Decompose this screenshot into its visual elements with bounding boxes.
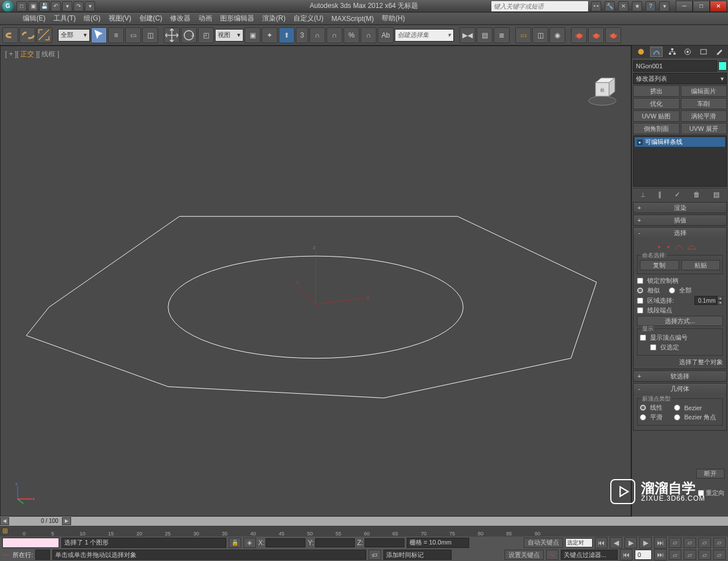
- show-vert-check[interactable]: [640, 335, 646, 341]
- menu-help[interactable]: 帮助(H): [382, 14, 405, 23]
- tab-utilities-icon[interactable]: [713, 47, 725, 57]
- minimize-button[interactable]: ─: [676, 1, 693, 12]
- select-by-name-icon[interactable]: ≡: [108, 27, 124, 43]
- goto-end-icon[interactable]: ⏭: [654, 537, 667, 548]
- mod-turbo[interactable]: 涡轮平滑: [681, 110, 727, 122]
- key-filters[interactable]: 关键点过滤器...: [561, 550, 618, 560]
- mirror-icon[interactable]: ▶◀: [460, 27, 475, 43]
- nav-7-icon[interactable]: ▱: [698, 550, 711, 560]
- align-icon[interactable]: ▤: [477, 27, 493, 43]
- modifier-list-combo[interactable]: 修改器列表▾: [633, 73, 727, 84]
- mod-optimize[interactable]: 优化: [633, 98, 680, 109]
- nav-5-icon[interactable]: ▱: [669, 550, 681, 560]
- unlink-icon[interactable]: [19, 27, 35, 43]
- show-end-icon[interactable]: ∥: [658, 191, 661, 199]
- bezier-radio[interactable]: [674, 405, 680, 411]
- angle-snap-icon[interactable]: 3: [296, 27, 308, 43]
- segment-end-check[interactable]: [637, 307, 643, 314]
- pivot-icon[interactable]: ▣: [245, 27, 260, 43]
- timeline-ruler[interactable]: ⊞ /*ticks generated static*/ 05101520253…: [0, 526, 728, 537]
- tab-modify-icon[interactable]: [650, 47, 663, 57]
- y-input[interactable]: [315, 538, 355, 547]
- scale-icon[interactable]: ◰: [198, 27, 214, 43]
- menu-views[interactable]: 视图(V): [109, 14, 131, 23]
- modifier-stack[interactable]: ▪可编辑样条线: [633, 135, 727, 187]
- menu-customize[interactable]: 自定义(U): [293, 14, 324, 23]
- mod-chamfer[interactable]: 倒角剖面: [633, 123, 680, 134]
- search-input[interactable]: [491, 1, 588, 11]
- app-icon[interactable]: G: [2, 1, 14, 12]
- nav-8-icon[interactable]: ▱: [713, 550, 726, 560]
- object-color-swatch[interactable]: [718, 61, 727, 71]
- script-listener[interactable]: [2, 538, 59, 548]
- menu-create[interactable]: 创建(C): [139, 14, 163, 23]
- key-tool-icon[interactable]: 🔧: [605, 1, 615, 11]
- viewcube[interactable]: 前: [585, 75, 619, 109]
- named-set-combo[interactable]: 创建选择集▾: [395, 29, 454, 42]
- nav-6-icon[interactable]: ▱: [684, 550, 696, 560]
- nav-4-icon[interactable]: ▱: [713, 538, 726, 548]
- key-prev-icon[interactable]: ⏮: [620, 549, 632, 560]
- x-input[interactable]: [266, 538, 305, 547]
- exchange-icon[interactable]: ✕: [618, 1, 628, 11]
- window-crossing-icon[interactable]: ◫: [142, 27, 158, 43]
- snap3-icon[interactable]: ∩: [326, 27, 342, 43]
- auto-key-button[interactable]: 自动关键点: [524, 538, 563, 548]
- play-icon[interactable]: ▶: [624, 537, 637, 548]
- only-sel-check[interactable]: [650, 344, 656, 350]
- track-left-icon[interactable]: ◀: [0, 517, 9, 525]
- tab-hierarchy-icon[interactable]: [666, 47, 679, 57]
- isolate-icon[interactable]: ◈: [243, 538, 256, 548]
- remove-mod-icon[interactable]: 🗑: [693, 191, 700, 199]
- smooth-radio[interactable]: [640, 414, 646, 420]
- track-bar[interactable]: ◀ 0 / 100 ▶: [0, 517, 728, 526]
- new-icon[interactable]: □: [16, 1, 27, 11]
- z-input[interactable]: [365, 538, 404, 547]
- open-icon[interactable]: ▣: [28, 1, 38, 11]
- similar-radio[interactable]: [637, 287, 643, 294]
- render-icon[interactable]: 🫖: [605, 27, 621, 43]
- subobject-icons[interactable]: [655, 242, 706, 251]
- copy-button[interactable]: 复制: [640, 260, 679, 270]
- help-drop-icon[interactable]: ▾: [659, 1, 669, 11]
- menu-rendering[interactable]: 渲染(R): [262, 14, 286, 23]
- snap2-icon[interactable]: ∩: [309, 27, 325, 43]
- refcoord-combo[interactable]: 视图▾: [215, 29, 243, 42]
- nav-3-icon[interactable]: ▱: [698, 538, 711, 548]
- bind-icon[interactable]: [36, 27, 52, 43]
- maximize-button[interactable]: □: [693, 1, 710, 12]
- spinner-snap-icon[interactable]: ∩: [361, 27, 377, 43]
- menu-modifiers[interactable]: 修改器: [170, 14, 191, 23]
- next-frame-icon[interactable]: ▶: [639, 537, 652, 548]
- edit-named-selection-icon[interactable]: Ab: [378, 27, 394, 43]
- layers-icon[interactable]: ≣: [494, 27, 510, 43]
- stack-item-editable-spline[interactable]: ▪可编辑样条线: [635, 137, 725, 147]
- menu-edit[interactable]: 编辑(E): [23, 14, 46, 23]
- tab-display-icon[interactable]: [697, 47, 710, 57]
- menu-maxscript[interactable]: MAXScript(M): [332, 15, 374, 23]
- curve-editor-icon[interactable]: ▭: [515, 27, 531, 43]
- prev-frame-icon[interactable]: ◀: [610, 537, 622, 548]
- nav-2-icon[interactable]: ▱: [684, 538, 696, 548]
- timeline-config-icon[interactable]: ⊞: [2, 527, 8, 535]
- key-mode-icon[interactable]: ∿: [546, 550, 559, 560]
- binoculars-icon[interactable]: 👓: [591, 1, 601, 11]
- configure-icon[interactable]: ▤: [713, 191, 719, 199]
- filter-combo[interactable]: 全部▾: [58, 29, 90, 42]
- close-button[interactable]: ✕: [710, 1, 727, 12]
- lock-icon[interactable]: 🔒: [229, 538, 241, 548]
- script-mini[interactable]: [35, 550, 50, 560]
- mod-extrude[interactable]: 挤出: [633, 85, 680, 97]
- menu-tools[interactable]: 工具(T): [53, 14, 76, 23]
- linear-radio[interactable]: [640, 405, 646, 411]
- viewport[interactable]: [ + ][ 正交 ][ 线框 ] z x Y 前 zx: [0, 46, 631, 517]
- goto-start-icon[interactable]: ⏮: [595, 537, 607, 548]
- bezier-corner-radio[interactable]: [674, 414, 680, 420]
- star-icon[interactable]: ★: [632, 1, 642, 11]
- tab-motion-icon[interactable]: [681, 47, 694, 57]
- track-right-icon[interactable]: ▶: [62, 517, 71, 525]
- render-setup-icon[interactable]: 🫖: [571, 27, 587, 43]
- menu-graph[interactable]: 图形编辑器: [220, 14, 254, 23]
- percent-snap-icon[interactable]: %: [344, 27, 359, 43]
- render-frame-icon[interactable]: 🫖: [588, 27, 604, 43]
